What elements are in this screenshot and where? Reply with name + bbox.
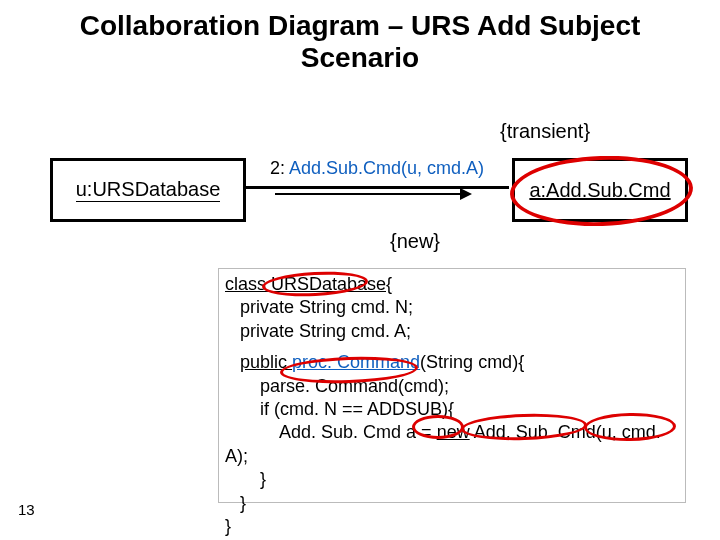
object-right-label: a:Add.Sub.Cmd: [529, 179, 670, 202]
message-label: 2: Add.Sub.Cmd(u, cmd.A): [270, 158, 484, 179]
code-line: private String cmd. A;: [225, 320, 679, 343]
constraint-new: {new}: [390, 230, 440, 253]
code-snippet: class URSDatabase{ private String cmd. N…: [218, 268, 686, 503]
code-line: private String cmd. N;: [225, 296, 679, 319]
slide: Collaboration Diagram – URS Add Subject …: [0, 0, 720, 540]
slide-title: Collaboration Diagram – URS Add Subject …: [0, 10, 720, 74]
code-line: parse. Command(cmd);: [225, 375, 679, 398]
object-a-addsubcmd: a:Add.Sub.Cmd: [512, 158, 688, 222]
code-line: }: [225, 515, 679, 538]
page-number: 13: [18, 501, 35, 518]
message-arrow: [275, 193, 470, 195]
code-line: public proc. Command(String cmd){: [225, 351, 679, 374]
title-line-2: Scenario: [301, 42, 419, 73]
blank-line: [225, 343, 679, 351]
object-left-label: u:URSDatabase: [76, 178, 221, 202]
title-line-1: Collaboration Diagram – URS Add Subject: [80, 10, 641, 41]
code-line: if (cmd. N == ADDSUB){: [225, 398, 679, 421]
constraint-transient: {transient}: [500, 120, 590, 143]
object-u-ursdatabase: u:URSDatabase: [50, 158, 246, 222]
code-line: }: [225, 468, 679, 491]
code-line: Add. Sub. Cmd a = new Add. Sub. Cmd(u, c…: [225, 421, 679, 468]
code-line: class URSDatabase{: [225, 273, 679, 296]
code-line: }: [225, 492, 679, 515]
message-text: Add.Sub.Cmd(u, cmd.A): [289, 158, 484, 178]
message-seq: 2:: [270, 158, 289, 178]
